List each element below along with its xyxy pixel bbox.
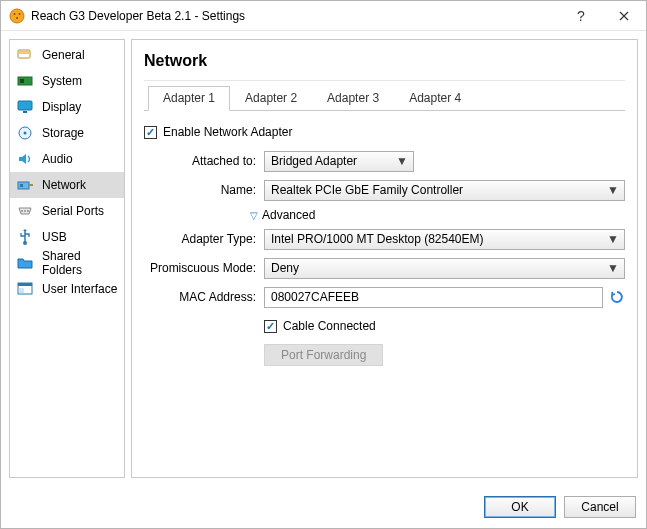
advanced-label: Advanced [262, 208, 315, 222]
usb-icon [16, 228, 34, 246]
name-label: Name: [144, 183, 264, 197]
svg-rect-20 [19, 288, 24, 293]
serial-ports-icon [16, 202, 34, 220]
settings-window: Reach G3 Developer Beta 2.1 - Settings ?… [0, 0, 647, 529]
advanced-toggle[interactable]: ▽ Advanced [250, 208, 625, 222]
enable-adapter-label: Enable Network Adapter [163, 125, 292, 139]
svg-rect-7 [20, 79, 24, 83]
chevron-down-icon: ▼ [395, 154, 409, 168]
sidebar-item-shared-folders[interactable]: Shared Folders [10, 250, 124, 276]
sidebar-item-label: Serial Ports [42, 204, 104, 218]
system-icon [16, 72, 34, 90]
svg-rect-9 [23, 111, 27, 113]
enable-adapter-checkbox[interactable] [144, 126, 157, 139]
sidebar-item-storage[interactable]: Storage [10, 120, 124, 146]
footer: OK Cancel [1, 486, 646, 528]
svg-rect-13 [20, 184, 23, 187]
tab-adapter-3[interactable]: Adapter 3 [312, 86, 394, 111]
sidebar-item-general[interactable]: General [10, 42, 124, 68]
sidebar-item-label: Display [42, 100, 81, 114]
content-panel: Network Adapter 1 Adapter 2 Adapter 3 Ad… [131, 39, 638, 478]
general-icon [16, 46, 34, 64]
sidebar-item-usb[interactable]: USB [10, 224, 124, 250]
user-interface-icon [16, 280, 34, 298]
adapter-type-select[interactable]: Intel PRO/1000 MT Desktop (82540EM) ▼ [264, 229, 625, 250]
adapter-type-value: Intel PRO/1000 MT Desktop (82540EM) [271, 232, 606, 246]
promiscuous-mode-select[interactable]: Deny ▼ [264, 258, 625, 279]
adapter-name-select[interactable]: Realtek PCIe GbE Family Controller ▼ [264, 180, 625, 201]
tab-adapter-4[interactable]: Adapter 4 [394, 86, 476, 111]
adapter-form: Enable Network Adapter Attached to: Brid… [144, 111, 625, 373]
attached-to-value: Bridged Adapter [271, 154, 395, 168]
svg-point-3 [16, 17, 18, 19]
port-forwarding-button[interactable]: Port Forwarding [264, 344, 383, 366]
svg-point-17 [23, 241, 27, 245]
sidebar-item-user-interface[interactable]: User Interface [10, 276, 124, 302]
tab-adapter-2[interactable]: Adapter 2 [230, 86, 312, 111]
storage-icon [16, 124, 34, 142]
sidebar-item-network[interactable]: Network [10, 172, 124, 198]
audio-icon [16, 150, 34, 168]
sidebar-item-label: General [42, 48, 85, 62]
refresh-mac-button[interactable] [609, 289, 625, 305]
sidebar-item-label: Audio [42, 152, 73, 166]
help-button[interactable]: ? [561, 1, 601, 31]
mac-address-value: 080027CAFEEB [271, 290, 359, 304]
network-icon [16, 176, 34, 194]
svg-rect-12 [18, 182, 29, 189]
sidebar-item-label: Network [42, 178, 86, 192]
tab-adapter-1[interactable]: Adapter 1 [148, 86, 230, 111]
window-title: Reach G3 Developer Beta 2.1 - Settings [31, 9, 245, 23]
body: General System Display Storage Audio Net… [1, 31, 646, 486]
mac-address-input[interactable]: 080027CAFEEB [264, 287, 603, 308]
sidebar-item-display[interactable]: Display [10, 94, 124, 120]
sidebar-item-serial-ports[interactable]: Serial Ports [10, 198, 124, 224]
sidebar-item-system[interactable]: System [10, 68, 124, 94]
svg-rect-19 [18, 283, 32, 286]
attached-to-label: Attached to: [144, 154, 264, 168]
svg-point-11 [24, 132, 27, 135]
page-title: Network [144, 46, 625, 81]
promiscuous-mode-value: Deny [271, 261, 606, 275]
app-icon [9, 8, 25, 24]
cancel-button[interactable]: Cancel [564, 496, 636, 518]
mac-address-label: MAC Address: [144, 290, 264, 304]
titlebar: Reach G3 Developer Beta 2.1 - Settings ? [1, 1, 646, 31]
sidebar-item-label: Storage [42, 126, 84, 140]
adapter-type-label: Adapter Type: [144, 232, 264, 246]
close-button[interactable] [601, 1, 646, 31]
svg-rect-5 [19, 51, 29, 54]
cable-connected-checkbox[interactable] [264, 320, 277, 333]
svg-point-1 [14, 13, 16, 15]
svg-point-0 [10, 9, 24, 23]
svg-point-16 [27, 210, 29, 212]
ok-button[interactable]: OK [484, 496, 556, 518]
chevron-down-icon: ▼ [606, 232, 620, 246]
adapter-name-value: Realtek PCIe GbE Family Controller [271, 183, 606, 197]
enable-adapter-row: Enable Network Adapter [144, 121, 625, 143]
svg-point-2 [19, 13, 21, 15]
attached-to-select[interactable]: Bridged Adapter ▼ [264, 151, 414, 172]
chevron-down-icon: ▼ [606, 183, 620, 197]
sidebar-item-label: User Interface [42, 282, 117, 296]
svg-point-14 [21, 210, 23, 212]
sidebar-item-label: Shared Folders [42, 249, 118, 277]
disclosure-triangle-icon: ▽ [250, 210, 258, 221]
sidebar: General System Display Storage Audio Net… [9, 39, 125, 478]
tabs: Adapter 1 Adapter 2 Adapter 3 Adapter 4 [144, 85, 625, 111]
svg-point-15 [24, 210, 26, 212]
cable-connected-label: Cable Connected [283, 319, 376, 333]
chevron-down-icon: ▼ [606, 261, 620, 275]
sidebar-item-audio[interactable]: Audio [10, 146, 124, 172]
sidebar-item-label: System [42, 74, 82, 88]
shared-folders-icon [16, 254, 34, 272]
display-icon [16, 98, 34, 116]
svg-rect-8 [18, 101, 32, 110]
sidebar-item-label: USB [42, 230, 67, 244]
promiscuous-mode-label: Promiscuous Mode: [144, 261, 264, 275]
